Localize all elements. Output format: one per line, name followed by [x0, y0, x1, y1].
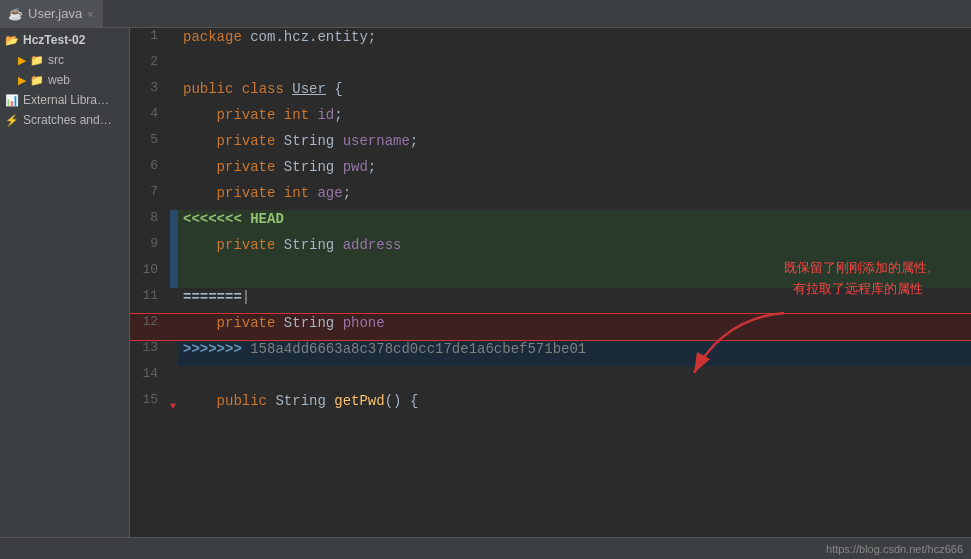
code-line-14: 14 [130, 366, 971, 392]
main-area: 📂 HczTest-02 ▶ 📁 src ▶ 📁 web 📊 External … [0, 28, 971, 537]
line-number: 8 [130, 210, 170, 236]
gutter [170, 340, 178, 366]
line-content: =======| [178, 288, 971, 314]
close-tab-button[interactable]: × [87, 8, 93, 20]
gutter [170, 28, 178, 54]
gutter-conflict [170, 236, 178, 262]
line-content: <<<<<<< HEAD [178, 210, 971, 236]
gutter [170, 314, 178, 340]
gutter [170, 80, 178, 106]
code-line-6: 6 private String pwd; [130, 158, 971, 184]
line-content: private String username; [178, 132, 971, 158]
line-number: 3 [130, 80, 170, 106]
code-line-13: 13 >>>>>>> 158a4dd6663a8c378cd0cc17de1a6… [130, 340, 971, 366]
sidebar-item-scratches[interactable]: ⚡ Scratches and… [0, 110, 129, 130]
line-number: 6 [130, 158, 170, 184]
gutter [170, 158, 178, 184]
sidebar-label-external: External Libra… [23, 93, 109, 107]
status-url: https://blog.csdn.net/hcz666 [826, 543, 963, 555]
code-line-15: 15 ▼ public String getPwd() { [130, 392, 971, 418]
sidebar-root-label: HczTest-02 [23, 33, 85, 47]
scratches-icon: ⚡ [5, 114, 19, 127]
line-number: 11 [130, 288, 170, 314]
line-content: private String address [178, 236, 971, 262]
code-line-11: 11 =======| [130, 288, 971, 314]
line-number: 12 [130, 314, 170, 340]
gutter [170, 132, 178, 158]
src-folder-icon: 📁 [30, 54, 44, 67]
code-table: 1 package com.hcz.entity; 2 3 public cla… [130, 28, 971, 418]
gutter [170, 184, 178, 210]
triangle-right-icon2: ▶ [18, 74, 26, 87]
code-line-12: 12 private String phone [130, 314, 971, 340]
line-number: 4 [130, 106, 170, 132]
gutter-conflict [170, 262, 178, 288]
line-number: 7 [130, 184, 170, 210]
code-line-9: 9 private String address [130, 236, 971, 262]
line-number: 15 [130, 392, 170, 418]
file-tab[interactable]: ☕ User.java × [0, 0, 103, 27]
gutter [170, 288, 178, 314]
sidebar: 📂 HczTest-02 ▶ 📁 src ▶ 📁 web 📊 External … [0, 28, 130, 537]
line-content: private int age; [178, 184, 971, 210]
line-number: 10 [130, 262, 170, 288]
line-content: public String getPwd() { [178, 392, 971, 418]
sidebar-item-src[interactable]: ▶ 📁 src [0, 50, 129, 70]
folder-icon: 📂 [5, 34, 19, 47]
line-content [178, 54, 971, 80]
line-content [178, 366, 971, 392]
tab-label: User.java [28, 6, 82, 21]
line-number: 5 [130, 132, 170, 158]
code-line-3: 3 public class User { [130, 80, 971, 106]
java-file-icon: ☕ [8, 7, 23, 21]
gutter-conflict [170, 210, 178, 236]
chart-icon: 📊 [5, 94, 19, 107]
line-content: private int id; [178, 106, 971, 132]
code-line-5: 5 private String username; [130, 132, 971, 158]
code-line-8: 8 <<<<<<< HEAD [130, 210, 971, 236]
line-number: 1 [130, 28, 170, 54]
line-number: 13 [130, 340, 170, 366]
status-bar: https://blog.csdn.net/hcz666 [0, 537, 971, 559]
web-folder-icon: 📁 [30, 74, 44, 87]
code-line-10: 10 [130, 262, 971, 288]
code-line-1: 1 package com.hcz.entity; [130, 28, 971, 54]
line-number: 2 [130, 54, 170, 80]
sidebar-item-root[interactable]: 📂 HczTest-02 [0, 28, 129, 50]
sidebar-label-web: web [48, 73, 70, 87]
gutter [170, 366, 178, 392]
code-line-7: 7 private int age; [130, 184, 971, 210]
gutter: ▼ [170, 392, 178, 418]
line-number: 9 [130, 236, 170, 262]
line-content: >>>>>>> 158a4dd6663a8c378cd0cc17de1a6cbe… [178, 340, 971, 366]
code-line-4: 4 private int id; [130, 106, 971, 132]
line-content [178, 262, 971, 288]
line-content: public class User { [178, 80, 971, 106]
line-content: package com.hcz.entity; [178, 28, 971, 54]
gutter [170, 54, 178, 80]
sidebar-label-src: src [48, 53, 64, 67]
gutter [170, 106, 178, 132]
line-content: private String phone [178, 314, 971, 340]
code-editor[interactable]: 1 package com.hcz.entity; 2 3 public cla… [130, 28, 971, 537]
line-content: private String pwd; [178, 158, 971, 184]
sidebar-item-external[interactable]: 📊 External Libra… [0, 90, 129, 110]
sidebar-item-web[interactable]: ▶ 📁 web [0, 70, 129, 90]
code-line-2: 2 [130, 54, 971, 80]
sidebar-label-scratches: Scratches and… [23, 113, 112, 127]
tab-bar: ☕ User.java × [0, 0, 971, 28]
triangle-right-icon: ▶ [18, 54, 26, 67]
line-number: 14 [130, 366, 170, 392]
